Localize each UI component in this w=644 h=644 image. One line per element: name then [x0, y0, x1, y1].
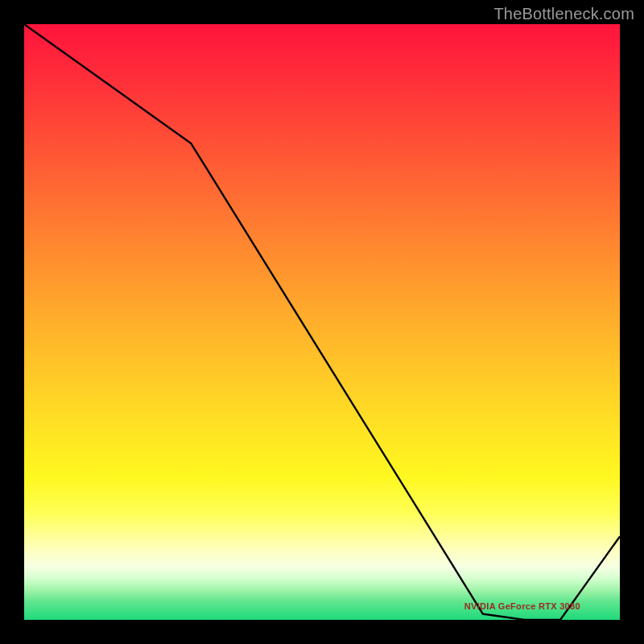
bottleneck-curve: [24, 24, 620, 620]
attribution-text: TheBottleneck.com: [493, 5, 634, 23]
plot-area: NVIDIA GeForce RTX 3080: [24, 24, 620, 620]
plot-frame: NVIDIA GeForce RTX 3080: [24, 24, 620, 620]
chart-line-layer: [24, 24, 620, 620]
optimal-gpu-label: NVIDIA GeForce RTX 3080: [464, 601, 580, 611]
chart-root: TheBottleneck.com NVIDIA GeForce RTX 308…: [0, 0, 644, 644]
